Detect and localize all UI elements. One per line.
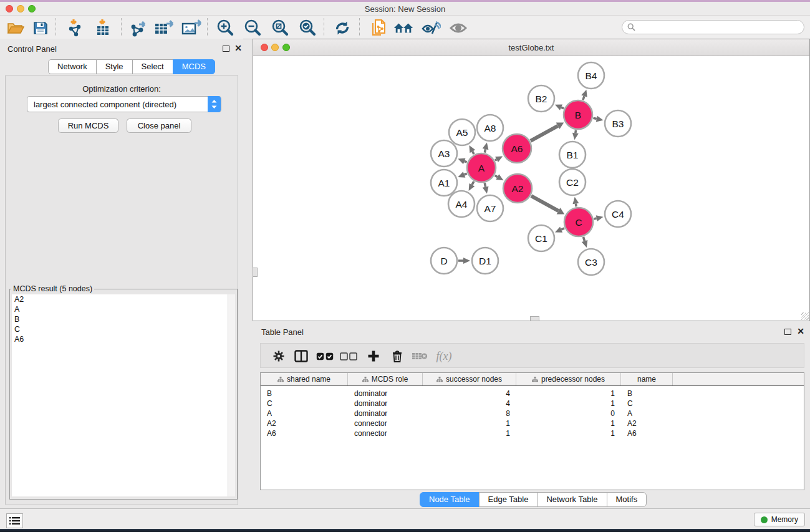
graph-node-A3[interactable]: A3 (431, 140, 457, 167)
graph-node-A7[interactable]: A7 (477, 195, 503, 221)
cell-name[interactable]: B (621, 389, 673, 399)
graph-node-B[interactable]: B (564, 100, 592, 129)
cell-name[interactable]: A2 (621, 418, 673, 428)
cell-successor-nodes[interactable]: 1 (423, 428, 516, 438)
tab-node-table[interactable]: Node Table (420, 492, 480, 507)
graph-edge-C-C2[interactable] (572, 197, 579, 207)
export-network-button[interactable] (128, 19, 149, 37)
graph-node-D[interactable]: D (431, 248, 457, 274)
mcds-result-item[interactable]: C (12, 324, 228, 334)
graph-edge-B-B1[interactable] (572, 130, 579, 140)
zoom-selected-button[interactable] (297, 19, 318, 37)
mcds-result-item[interactable]: A (12, 304, 228, 314)
graph-node-C4[interactable]: C4 (605, 201, 631, 227)
graph-node-A5[interactable]: A5 (449, 119, 475, 145)
window-resize-grip[interactable] (530, 316, 539, 321)
graph-node-B2[interactable]: B2 (528, 85, 554, 112)
graph-edge-C-C1[interactable] (555, 226, 564, 232)
graph-node-A6[interactable]: A6 (503, 134, 531, 163)
cell-name[interactable]: C (621, 399, 673, 409)
column-header-mcds-role[interactable]: MCDS role (348, 373, 423, 385)
cell-predecessor-nodes[interactable]: 1 (516, 399, 621, 409)
tab-select[interactable]: Select (132, 59, 173, 74)
import-network-button[interactable] (65, 19, 86, 37)
graph-node-C[interactable]: C (564, 208, 593, 236)
graph-edge-D-D1[interactable] (458, 258, 470, 264)
graph-node-A1[interactable]: A1 (431, 170, 457, 196)
zoom-fit-button[interactable] (269, 19, 291, 37)
graph-node-A8[interactable]: A8 (477, 115, 503, 141)
graph-node-B3[interactable]: B3 (605, 110, 631, 137)
graph-edge-C-C4[interactable] (594, 215, 603, 221)
split-column-button[interactable] (292, 348, 311, 364)
export-table-button[interactable] (154, 19, 175, 37)
column-header-name[interactable]: name (621, 373, 673, 385)
cell-successor-nodes[interactable]: 4 (423, 389, 516, 399)
cell-shared-name[interactable]: C (261, 399, 348, 409)
graph-edge-A6-B[interactable] (531, 123, 564, 141)
new-network-from-selection-button[interactable] (368, 19, 389, 37)
run-mcds-button[interactable]: Run MCDS (58, 118, 118, 133)
graph-edge-C-C3[interactable] (582, 237, 588, 248)
cell-predecessor-nodes[interactable]: 1 (516, 389, 621, 399)
save-session-button[interactable] (30, 19, 51, 37)
column-header-predecessor-nodes[interactable]: predecessor nodes (516, 373, 621, 385)
home-button[interactable] (393, 19, 414, 37)
hide-graphics-details-button[interactable] (448, 19, 469, 37)
criterion-select[interactable]: largest connected component (directed) (27, 96, 221, 112)
graph-edge-A-A3[interactable] (458, 158, 466, 164)
cell-mcds-role[interactable]: dominator (348, 389, 423, 399)
graph-node-A4[interactable]: A4 (448, 191, 475, 217)
graph-edge-A-A6[interactable] (495, 156, 503, 162)
tab-network[interactable]: Network (48, 59, 97, 74)
delete-column-button[interactable] (388, 348, 407, 364)
cell-mcds-role[interactable]: connector (348, 428, 423, 438)
cell-name[interactable]: A (621, 409, 673, 418)
graph-edge-A-A7[interactable] (483, 183, 489, 193)
table-row[interactable]: A6connector11A6 (261, 428, 804, 438)
graph-edge-A-A4[interactable] (469, 181, 475, 191)
graph-edge-A-A8[interactable] (483, 142, 489, 152)
cell-shared-name[interactable]: B (261, 389, 348, 399)
cell-shared-name[interactable]: A2 (261, 418, 348, 428)
graph-edge-A2-C[interactable] (531, 196, 564, 214)
close-panel-button[interactable]: ✕ (796, 327, 805, 336)
table-row[interactable]: Bdominator41B (261, 389, 804, 399)
graph-edge-B-B4[interactable] (581, 90, 587, 100)
graph-edge-B-B2[interactable] (555, 105, 564, 110)
tab-motifs[interactable]: Motifs (607, 492, 647, 507)
function-builder-button[interactable]: f(x) (432, 348, 456, 364)
tab-style[interactable]: Style (96, 59, 133, 74)
memory-button[interactable]: Memory (754, 513, 805, 526)
cell-mcds-role[interactable]: dominator (348, 399, 423, 409)
select-all-button[interactable] (316, 348, 334, 364)
mcds-result-item[interactable]: B (12, 314, 228, 324)
export-image-button[interactable] (181, 19, 203, 37)
graph-edge-A-A2[interactable] (495, 174, 504, 180)
graph-node-B1[interactable]: B1 (559, 142, 586, 168)
cell-successor-nodes[interactable]: 8 (423, 409, 516, 418)
tab-mcds[interactable]: MCDS (173, 59, 215, 74)
graph-node-A[interactable]: A (467, 153, 496, 182)
mcds-result-scrollbar[interactable] (228, 294, 235, 496)
search-input[interactable] (639, 21, 800, 34)
deselect-all-button[interactable] (339, 348, 358, 364)
task-history-button[interactable] (6, 513, 23, 528)
table-settings-button[interactable] (269, 348, 288, 364)
cell-shared-name[interactable]: A (261, 409, 348, 418)
open-session-button[interactable] (5, 19, 26, 37)
network-canvas[interactable]: B4B2BB3B1A5A8A6A3AA1C2A2A4A7C4CC1C3DD1 (253, 56, 809, 321)
close-panel-action-button[interactable]: Close panel (127, 118, 191, 133)
tab-edge-table[interactable]: Edge Table (479, 492, 538, 507)
zoom-in-button[interactable] (215, 19, 236, 37)
close-panel-button[interactable]: ✕ (234, 44, 243, 52)
cell-predecessor-nodes[interactable]: 1 (516, 418, 621, 428)
cell-mcds-role[interactable]: connector (348, 418, 423, 428)
cell-mcds-role[interactable]: dominator (348, 409, 423, 418)
mcds-result-item[interactable]: A2 (12, 294, 228, 304)
float-panel-button[interactable] (784, 329, 791, 335)
mcds-result-item[interactable]: A6 (12, 334, 228, 344)
window-resize-grip[interactable] (253, 268, 258, 277)
window-resize-grip[interactable] (801, 312, 809, 320)
cell-predecessor-nodes[interactable]: 1 (516, 428, 621, 438)
